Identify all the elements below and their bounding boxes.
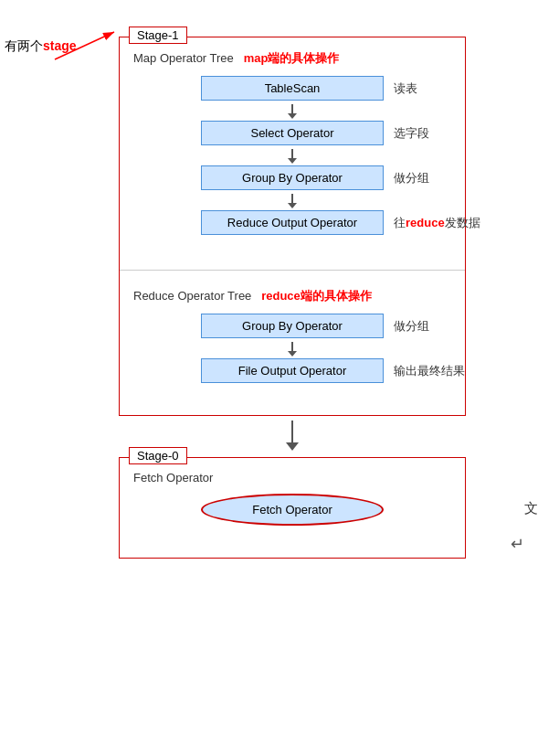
groupby-reduce-label: Group By Operator	[242, 319, 343, 333]
file-output-annotation: 输出最终结果	[394, 363, 465, 379]
file-output-box: File Output Operator 输出最终结果	[201, 358, 384, 383]
reduce-output-row: Reduce Output Operator 往reduce发数据	[133, 210, 451, 235]
reduce-tree-section: Reduce Operator Tree reduce端的具体操作 Group …	[120, 275, 465, 415]
stage0-wrapper: Stage-0 文件操作系统 Fetch Operator Fetch Oper…	[9, 457, 529, 559]
reduce-output-box: Reduce Output Operator 往reduce发数据	[201, 210, 384, 235]
groupby-map-label: Group By Operator	[242, 171, 343, 185]
groupby-reduce-annotation: 做分组	[394, 318, 429, 335]
arrow-3	[133, 190, 451, 210]
stage0-annotation: 文件操作系统	[524, 499, 538, 516]
arrow-1	[133, 101, 451, 121]
groupby-reduce-row: Group By Operator 做分组	[133, 314, 451, 338]
reduce-tree-title: Reduce Operator Tree reduce端的具体操作	[133, 288, 451, 304]
tree-divider	[120, 270, 465, 271]
map-tree-annotation: map端的具体操作	[244, 51, 340, 65]
annotation-text-1: 有两个	[5, 38, 43, 53]
fetch-tree-section: Fetch Operator Fetch Operator	[120, 458, 465, 558]
stage1-container: Stage-1 Map Operator Tree map端的具体操作 Tabl…	[119, 37, 466, 416]
map-tree-section: Map Operator Tree map端的具体操作 TableScan 读表…	[120, 37, 465, 265]
svg-line-1	[55, 32, 114, 59]
reduce-output-annotation: 往reduce发数据	[394, 215, 480, 231]
page-container: 有两个stage Stage-1 Map Operator Tree map端的…	[0, 0, 538, 756]
map-tree-title-text: Map Operator Tree	[133, 51, 234, 65]
fetch-tree-title: Fetch Operator	[133, 471, 451, 484]
fetch-oval: Fetch Operator	[201, 494, 384, 526]
file-output-label: File Output Operator	[238, 364, 347, 378]
spacer-1	[133, 235, 451, 251]
spacer-3	[133, 535, 451, 544]
groupby-map-row: Group By Operator 做分组	[133, 165, 451, 190]
select-row: Select Operator 选字段	[133, 121, 451, 145]
stage0-container: Stage-0 文件操作系统 Fetch Operator Fetch Oper…	[119, 457, 466, 559]
return-arrow-indicator: ↵	[511, 534, 524, 554]
select-annotation: 选字段	[394, 125, 429, 142]
tablescan-box: TableScan 读表	[201, 76, 384, 101]
groupby-reduce-box: Group By Operator 做分组	[201, 314, 384, 338]
select-label: Select Operator	[250, 126, 333, 140]
annotation-arrow-svg	[50, 23, 142, 69]
reduce-tree-title-text: Reduce Operator Tree	[133, 289, 251, 303]
stage0-label: Stage-0	[129, 447, 187, 464]
reduce-tree-annotation: reduce端的具体操作	[261, 289, 372, 303]
spacer-2	[133, 383, 451, 401]
select-box: Select Operator 选字段	[201, 121, 384, 145]
tablescan-annotation: 读表	[394, 80, 417, 97]
stage1-wrapper: Stage-1 Map Operator Tree map端的具体操作 Tabl…	[9, 37, 529, 416]
file-output-row: File Output Operator 输出最终结果	[133, 358, 451, 383]
arrow-4	[133, 338, 451, 358]
reduce-output-label: Reduce Output Operator	[227, 216, 357, 229]
tablescan-label: TableScan	[265, 81, 321, 95]
reduce-bold: reduce	[406, 216, 445, 229]
arrow-2	[133, 145, 451, 165]
groupby-map-box: Group By Operator 做分组	[201, 165, 384, 190]
map-tree-title: Map Operator Tree map端的具体操作	[133, 50, 451, 67]
tablescan-row: TableScan 读表	[133, 76, 451, 101]
groupby-map-annotation: 做分组	[394, 170, 429, 186]
